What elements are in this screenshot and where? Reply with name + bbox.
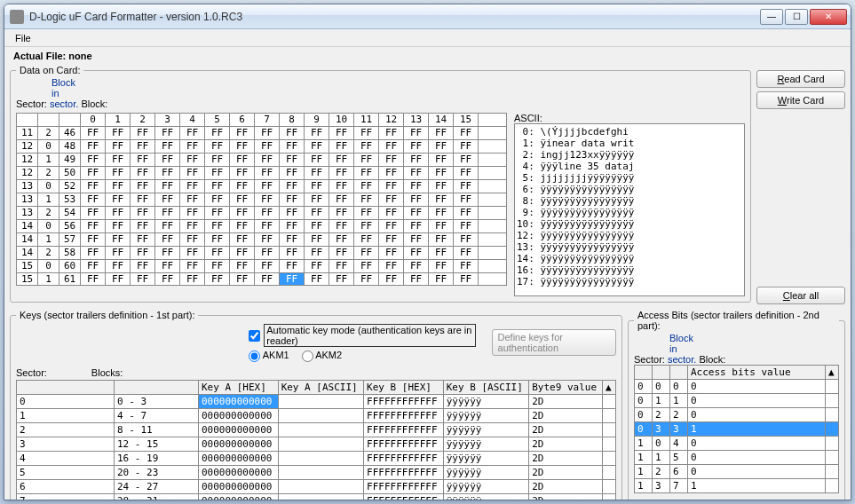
access-block-label: Block bbox=[669, 333, 693, 343]
titlebar: D-Logic uF Card Formatter - version 1.0.… bbox=[4, 4, 851, 29]
ascii-label: ASCII: bbox=[514, 113, 745, 123]
data-on-card-legend: Data on Card: bbox=[16, 65, 83, 75]
in-label: in bbox=[51, 88, 59, 98]
actual-file-label: Actual File: none bbox=[10, 49, 845, 63]
access-block-colon: Block: bbox=[699, 354, 725, 365]
app-window: D-Logic uF Card Formatter - version 1.0.… bbox=[4, 4, 851, 500]
menu-file[interactable]: File bbox=[10, 31, 36, 45]
access-in-label: in bbox=[669, 343, 677, 354]
hex-grid[interactable]: 012345678910111213141511246FFFFFFFFFFFFF… bbox=[16, 113, 507, 286]
maximize-button[interactable]: ☐ bbox=[785, 9, 808, 25]
define-keys-button[interactable]: Define keys for authentication bbox=[492, 329, 616, 356]
keys-legend: Keys (sector trailers definition - 1st p… bbox=[16, 310, 198, 320]
sector-label: Sector: bbox=[16, 98, 47, 109]
keys-table[interactable]: Key A [HEX]Key A [ASCII]Key B [HEX]Key B… bbox=[16, 380, 616, 500]
block-label: Block bbox=[51, 77, 75, 88]
write-card-button[interactable]: Write Card bbox=[756, 91, 845, 109]
auto-key-checkbox[interactable] bbox=[249, 330, 260, 342]
app-icon bbox=[10, 10, 24, 24]
akm1-radio[interactable]: AKM1 bbox=[249, 350, 289, 362]
right-buttons: Read Card Write Card Clear all bbox=[756, 63, 845, 304]
read-card-button[interactable]: Read Card bbox=[756, 70, 845, 88]
sector-dot: sector. bbox=[50, 98, 78, 109]
data-on-card-group: Data on Card: Block in Sector: sector. B… bbox=[10, 65, 751, 303]
access-sector-label: Sector: bbox=[634, 354, 665, 365]
ascii-box[interactable]: 0: \(Ýјјјјbcdefghi 1: ÿinear data writ 2… bbox=[514, 123, 745, 296]
keys-blocks-label: Blocks: bbox=[91, 367, 123, 378]
access-bits-group: Access Bits (sector trailers definition … bbox=[628, 310, 845, 500]
access-table[interactable]: Access bits value▲0000011002200331104011… bbox=[634, 365, 839, 493]
auto-key-label: Automatic key mode (authentication keys … bbox=[264, 324, 475, 347]
close-button[interactable]: ✕ bbox=[810, 9, 847, 25]
access-legend: Access Bits (sector trailers definition … bbox=[634, 310, 839, 331]
keys-group: Keys (sector trailers definition - 1st p… bbox=[10, 310, 622, 500]
clear-all-button[interactable]: Clear all bbox=[756, 287, 845, 304]
keys-sector-label: Sector: bbox=[16, 367, 47, 378]
akm2-radio[interactable]: AKM2 bbox=[302, 350, 342, 362]
block-colon: Block: bbox=[81, 98, 107, 109]
window-title: D-Logic uF Card Formatter - version 1.0.… bbox=[29, 11, 758, 23]
access-sector-dot: sector. bbox=[668, 354, 696, 365]
minimize-button[interactable]: — bbox=[760, 9, 783, 25]
menubar: File bbox=[4, 29, 851, 47]
